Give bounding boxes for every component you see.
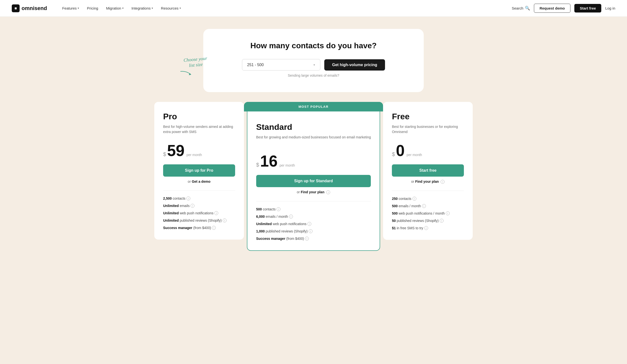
plans-container: Pro Best for high-volume senders aimed a… — [154, 102, 473, 251]
info-icon[interactable]: i — [309, 229, 313, 233]
nav-links: Features ▾ Pricing Migration ▾ Integrati… — [59, 4, 512, 12]
list-item: 250 contactsi — [392, 197, 464, 201]
most-popular-badge: MOST POPULAR — [244, 102, 383, 111]
price-period-standard: per month — [279, 163, 295, 167]
logo-text: omnisend — [22, 5, 47, 11]
list-item: 50 published reviews (Shopify)i — [392, 219, 464, 223]
logo[interactable]: ■ omnisend — [12, 4, 47, 12]
price-period-pro: per month — [186, 153, 202, 157]
plan-description-free: Best for starting businesses or for expl… — [392, 124, 464, 136]
contact-count-select[interactable]: 251 - 500 0 - 250 501 - 1000 1001 - 2000… — [242, 59, 320, 71]
search-button[interactable]: Search 🔍 — [512, 6, 530, 11]
price-period-free: per month — [407, 153, 422, 157]
price-amount-pro: 59 — [167, 143, 184, 158]
list-item: Unlimited web push notificationsi — [163, 211, 235, 215]
feature-list-pro: 2,500 contactsi Unlimited emailsi Unlimi… — [163, 197, 235, 230]
list-item: 2,500 contactsi — [163, 197, 235, 200]
plan-name-pro: Pro — [163, 112, 235, 121]
price-row-pro: $ 59 per month — [163, 143, 235, 158]
price-amount-standard: 16 — [260, 153, 277, 169]
list-item: Unlimited published reviews (Shopify)i — [163, 218, 235, 222]
info-icon[interactable]: i — [440, 219, 444, 223]
info-icon[interactable]: i — [305, 237, 309, 241]
info-icon[interactable]: i — [446, 211, 450, 215]
search-label: Search — [512, 6, 523, 10]
list-item: Success manager (from $400)i — [256, 237, 371, 241]
nav-link-features[interactable]: Features ▾ — [59, 4, 83, 12]
logo-icon: ■ — [12, 4, 20, 12]
standard-secondary-action: or Find your plan i — [256, 190, 371, 194]
divider-standard — [256, 201, 371, 201]
nav-link-integrations[interactable]: Integrations ▾ — [128, 4, 157, 12]
main-page: How many contacts do you have? Choose yo… — [0, 17, 627, 364]
contact-selector-area: How many contacts do you have? Choose yo… — [203, 29, 424, 92]
nav-actions: Search 🔍 Request demo Start free Log in — [512, 4, 615, 13]
chevron-down-icon: ▾ — [152, 7, 153, 10]
list-item: 500 web push notifications / monthi — [392, 211, 464, 215]
plan-name-standard: Standard — [256, 122, 371, 132]
contact-selector-row: Choose yourlist size 251 - 500 0 - 250 5… — [218, 59, 409, 71]
nav-link-migration[interactable]: Migration ▾ — [103, 4, 127, 12]
plan-card-pro: Pro Best for high-volume senders aimed a… — [154, 102, 244, 240]
chevron-down-icon: ▾ — [78, 7, 79, 10]
signup-standard-button[interactable]: Sign up for Standard — [256, 175, 371, 187]
price-row-standard: $ 16 per month — [256, 153, 371, 169]
pricing-title: How many contacts do you have? — [218, 41, 409, 50]
large-volume-text: Sending large volumes of emails? — [218, 73, 409, 77]
divider-free — [392, 191, 464, 191]
info-icon[interactable]: i — [441, 180, 445, 184]
list-item: 6,000 emails / monthi — [256, 214, 371, 218]
choose-label: Choose yourlist size — [178, 55, 214, 77]
info-icon[interactable]: i — [276, 207, 280, 211]
free-secondary-action: or Find your plan i — [392, 180, 464, 184]
signup-pro-button[interactable]: Sign up for Pro — [163, 164, 235, 177]
get-demo-link[interactable]: Get a demo — [192, 180, 210, 183]
navigation: ■ omnisend Features ▾ Pricing Migration … — [0, 0, 627, 17]
search-icon: 🔍 — [525, 6, 530, 11]
list-item: Unlimited web push notificationsi — [256, 222, 371, 226]
start-free-button[interactable]: Start free — [392, 164, 464, 177]
pro-secondary-action: or Get a demo — [163, 180, 235, 183]
find-plan-free-link[interactable]: Find your plan — [415, 180, 439, 183]
info-icon[interactable]: i — [289, 214, 293, 218]
request-demo-button[interactable]: Request demo — [534, 4, 571, 13]
list-item: 500 contactsi — [256, 207, 371, 211]
info-icon[interactable]: i — [223, 218, 227, 222]
list-item: 1,000 published reviews (Shopify)i — [256, 229, 371, 233]
login-link[interactable]: Log in — [605, 6, 615, 10]
plan-wrapper-standard: MOST POPULAR Standard Best for growing a… — [244, 102, 383, 251]
nav-link-resources[interactable]: Resources ▾ — [157, 4, 184, 12]
pricing-header: How many contacts do you have? — [218, 41, 409, 50]
divider-pro — [163, 190, 235, 191]
info-icon[interactable]: i — [424, 226, 428, 230]
info-icon[interactable]: i — [212, 226, 216, 230]
info-icon[interactable]: i — [307, 222, 311, 226]
chevron-down-icon: ▾ — [122, 7, 124, 10]
info-icon[interactable]: i — [191, 204, 195, 208]
list-item: $1 in free SMS to tryi — [392, 226, 464, 230]
pricing-selector-card: How many contacts do you have? Choose yo… — [203, 29, 424, 92]
price-amount-free: 0 — [396, 143, 405, 158]
list-item: 500 emails / monthi — [392, 204, 464, 208]
feature-list-standard: 500 contactsi 6,000 emails / monthi Unli… — [256, 207, 371, 241]
info-icon[interactable]: i — [214, 211, 218, 215]
nav-link-pricing[interactable]: Pricing — [84, 4, 102, 12]
plan-name-free: Free — [392, 112, 464, 121]
list-item: Unlimited emailsi — [163, 204, 235, 208]
price-row-free: $ 0 per month — [392, 143, 464, 158]
plan-card-free: Free Best for starting businesses or for… — [383, 102, 473, 240]
plan-description-pro: Best for high-volume senders aimed at ad… — [163, 124, 235, 136]
price-dollar-standard: $ — [256, 162, 259, 167]
plan-card-standard: Standard Best for growing and medium-siz… — [247, 111, 380, 251]
info-icon[interactable]: i — [326, 190, 330, 194]
info-icon[interactable]: i — [186, 197, 190, 200]
plan-description-standard: Best for growing and medium-sized busine… — [256, 135, 371, 147]
feature-list-free: 250 contactsi 500 emails / monthi 500 we… — [392, 197, 464, 230]
high-volume-button[interactable]: Get high-volume pricing — [324, 59, 385, 71]
info-icon[interactable]: i — [422, 204, 426, 208]
info-icon[interactable]: i — [413, 197, 416, 201]
find-plan-standard-link[interactable]: Find your plan — [301, 190, 324, 194]
list-item: Success manager (from $400)i — [163, 226, 235, 230]
arrow-icon — [179, 69, 192, 77]
start-free-nav-button[interactable]: Start free — [574, 4, 601, 12]
